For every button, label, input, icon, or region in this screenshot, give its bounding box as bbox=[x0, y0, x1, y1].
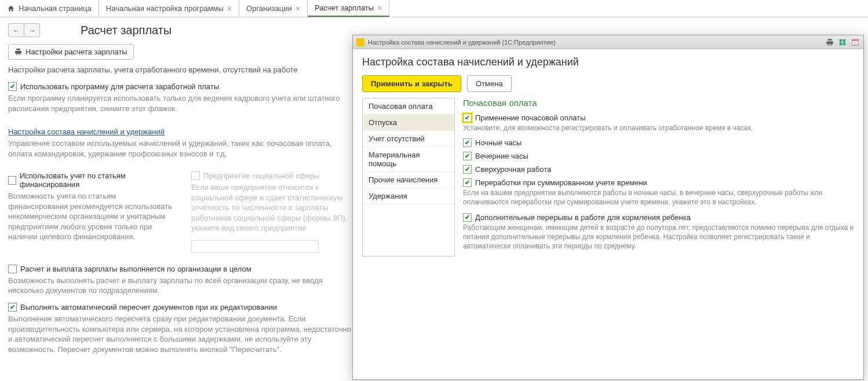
checkbox-evening-label: Вечерние часы bbox=[475, 152, 528, 160]
checkbox-sumtime[interactable] bbox=[463, 178, 472, 187]
nav-item-other[interactable]: Прочие начисления bbox=[363, 172, 454, 188]
checkbox-use-program[interactable] bbox=[8, 82, 17, 91]
checkbox-feeding-label: Дополнительные перерывы в работе для кор… bbox=[475, 213, 691, 222]
checkbox-evening[interactable] bbox=[463, 152, 472, 160]
feeding-desc: Работающим женщинам, имеющим детей в воз… bbox=[463, 223, 854, 251]
checkbox-financing-label: Использовать учет по статьям финансирова… bbox=[20, 171, 174, 189]
financing-desc: Возможность учета по статьям финансирова… bbox=[8, 191, 174, 242]
modal-panel: Почасовая оплата Применение почасовой оп… bbox=[463, 98, 854, 257]
checkbox-apply-hourly[interactable] bbox=[463, 113, 472, 122]
modal-titlebar[interactable]: Настройка состава начислений и удержаний… bbox=[353, 35, 863, 49]
panel-title: Почасовая оплата bbox=[463, 98, 854, 108]
sumtime-desc: Если на вашем предприятии выполняются ра… bbox=[463, 188, 854, 207]
link-composition[interactable]: Настройка состава начислений и удержаний bbox=[8, 127, 165, 136]
settings-button[interactable]: Настройки расчета зарплаты bbox=[8, 44, 134, 60]
tab-setup-label: Начальная настройка программы bbox=[106, 4, 224, 13]
checkbox-social bbox=[191, 171, 200, 180]
checkbox-apply-hourly-label: Применение почасовой оплаты bbox=[475, 113, 586, 122]
whole-org-desc: Возможность выполнять расчет и выплату з… bbox=[8, 276, 357, 296]
calendar-icon[interactable]: 31 bbox=[851, 38, 860, 47]
tab-bar: Начальная страница Начальная настройка п… bbox=[0, 0, 868, 17]
apply-close-button[interactable]: Применить и закрыть bbox=[362, 75, 461, 92]
close-icon[interactable]: × bbox=[377, 3, 382, 13]
checkbox-night-label: Ночные часы bbox=[475, 138, 521, 147]
content-area: Настройки расчета зарплаты, учета отрабо… bbox=[0, 65, 365, 354]
modal-window-title: Настройка состава начислений и удержаний… bbox=[368, 39, 556, 46]
checkbox-night[interactable] bbox=[463, 138, 472, 147]
use-program-desc: Если программу планируется использовать … bbox=[8, 93, 357, 113]
tab-orgs-label: Организации bbox=[246, 4, 292, 13]
print-icon[interactable] bbox=[825, 38, 834, 47]
checkbox-feeding[interactable] bbox=[463, 213, 472, 222]
settings-button-label: Настройки расчета зарплаты bbox=[25, 47, 127, 56]
checkbox-whole-org-label: Расчет и выплата зарплаты выполняется по… bbox=[20, 265, 251, 273]
apply-hourly-desc: Установите, для возможности регистрирова… bbox=[463, 123, 854, 133]
social-desc: Если ваше предприятие относится к социал… bbox=[191, 182, 357, 233]
checkbox-financing[interactable] bbox=[8, 176, 16, 185]
cancel-button[interactable]: Отмена bbox=[467, 75, 512, 92]
checkbox-social-label: Предприятие социальной сферы bbox=[203, 171, 319, 180]
nav-item-vacations[interactable]: Отпуска bbox=[363, 115, 454, 131]
checkbox-whole-org[interactable] bbox=[8, 265, 17, 273]
home-icon bbox=[7, 5, 15, 13]
autorecalc-desc: Выполнение автоматического пересчета сра… bbox=[8, 314, 357, 354]
checkbox-overtime-label: Сверхурочная работа bbox=[475, 165, 551, 174]
checkbox-autorecalc[interactable] bbox=[8, 303, 17, 312]
modal-heading: Настройка состава начислений и удержаний bbox=[362, 56, 854, 68]
close-icon[interactable]: × bbox=[296, 4, 300, 13]
tab-home-label: Начальная страница bbox=[19, 4, 92, 13]
checkbox-sumtime-label: Переработки при суммированном учете врем… bbox=[475, 178, 647, 187]
tab-setup[interactable]: Начальная настройка программы × bbox=[99, 0, 239, 17]
page-title: Расчет зарплаты bbox=[81, 24, 172, 37]
svg-rect-1 bbox=[852, 39, 859, 41]
intro-text: Настройки расчета зарплаты, учета отрабо… bbox=[8, 65, 357, 74]
checkbox-overtime[interactable] bbox=[463, 165, 472, 174]
checkbox-use-program-label: Использовать программу для расчета зараб… bbox=[20, 82, 219, 91]
checkbox-autorecalc-label: Выполнять автоматический пересчет докуме… bbox=[20, 303, 277, 312]
svg-text:31: 31 bbox=[854, 41, 857, 45]
back-button[interactable]: ← bbox=[8, 23, 24, 37]
nav-item-absence[interactable]: Учет отсутствий bbox=[363, 131, 454, 147]
nav-item-hourly[interactable]: Почасовая оплата bbox=[363, 98, 454, 115]
social-select bbox=[191, 240, 319, 253]
close-icon[interactable]: × bbox=[227, 4, 232, 13]
nav-item-deduct[interactable]: Удержания bbox=[363, 188, 454, 204]
tab-calc-label: Расчет зарплаты bbox=[315, 3, 374, 12]
tab-home[interactable]: Начальная страница bbox=[0, 0, 99, 17]
grid-icon[interactable] bbox=[838, 38, 847, 47]
tab-calc[interactable]: Расчет зарплаты × bbox=[308, 0, 389, 17]
modal-dialog: Настройка состава начислений и удержаний… bbox=[352, 35, 864, 380]
modal-body: Настройка состава начислений и удержаний… bbox=[353, 49, 863, 379]
forward-button[interactable]: → bbox=[24, 23, 40, 37]
modal-nav: Почасовая оплата Отпуска Учет отсутствий… bbox=[362, 98, 455, 257]
tab-orgs[interactable]: Организации × bbox=[239, 0, 308, 17]
app-icon bbox=[356, 38, 364, 46]
nav-item-mathelp[interactable]: Материальная помощь bbox=[363, 147, 454, 172]
link-composition-desc: Управление составом используемых начисле… bbox=[8, 138, 357, 159]
print-icon bbox=[14, 48, 22, 56]
